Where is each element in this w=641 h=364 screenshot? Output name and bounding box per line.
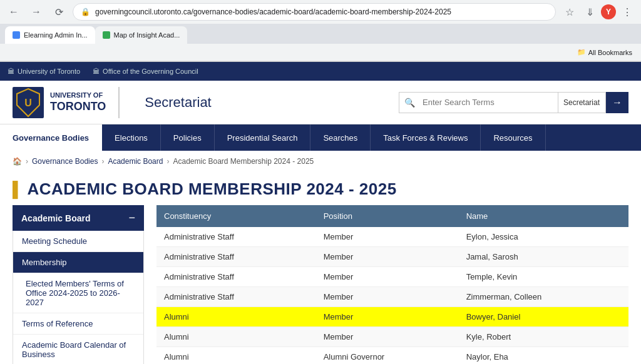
tab-favicon: [13, 31, 20, 39]
sidebar-collapse-button[interactable]: −: [128, 211, 135, 225]
profile-avatar[interactable]: Y: [601, 4, 616, 19]
browser-chrome: ← → ⟳ 🔒 ☆ ⇓ Y ⋮ Elearning Admin In... Ma…: [0, 0, 641, 62]
back-button[interactable]: ←: [5, 3, 23, 21]
breadcrumb-sep-2: ›: [101, 157, 104, 166]
breadcrumb-current: Academic Board Membership 2024 - 2025: [173, 157, 314, 166]
university-icon: 🏛: [8, 68, 14, 75]
table-header-row: Constituency Position Name: [156, 205, 628, 227]
cell-constituency: Administrative Staff: [156, 267, 316, 287]
cell-name: Eylon, Jessica: [459, 227, 628, 247]
all-bookmarks[interactable]: 📁 All Bookmarks: [573, 47, 636, 58]
membership-table: Constituency Position Name Administrativ…: [156, 205, 628, 364]
nav-resources[interactable]: Resources: [481, 124, 545, 151]
refresh-button[interactable]: ⟳: [50, 3, 68, 21]
site-top-bar: 🏛 University of Toronto 🏛 Office of the …: [0, 62, 641, 81]
search-input-wrap: 🔍: [399, 92, 558, 113]
home-icon: 🏠: [13, 157, 22, 166]
search-input[interactable]: [420, 95, 558, 109]
page-title-text: ACADEMIC BOARD MEMBERSHIP 2024 - 2025: [28, 179, 397, 199]
cell-constituency: Administrative Staff: [156, 227, 316, 247]
logo-svg: U: [16, 88, 41, 118]
search-bar: 🔍 Secretariat All →: [399, 92, 628, 113]
bookmark-star-button[interactable]: ☆: [561, 3, 578, 21]
cell-position: Member: [316, 327, 459, 347]
sidebar: Academic Board − Meeting Schedule Member…: [13, 205, 144, 364]
browser-tabs: Elearning Admin In... Map of Insight Aca…: [0, 24, 641, 44]
sidebar-item-membership[interactable]: Membership: [13, 252, 143, 273]
university-of-toronto-link[interactable]: 🏛 University of Toronto: [8, 68, 80, 75]
col-name: Name: [459, 205, 628, 227]
tab-map[interactable]: Map of Insight Acad...: [95, 26, 188, 44]
col-position: Position: [316, 205, 459, 227]
bookmarks-label: All Bookmarks: [588, 49, 632, 56]
table-row: Administrative StaffMemberJamal, Sarosh: [156, 247, 628, 267]
table-section: Constituency Position Name Administrativ…: [156, 205, 628, 364]
cell-constituency: Alumni: [156, 327, 316, 347]
nav-policies[interactable]: Policies: [161, 124, 215, 151]
sidebar-header: Academic Board −: [13, 205, 144, 231]
tab-label-2: Map of Insight Acad...: [114, 31, 180, 39]
governing-council-label: Office of the Governing Council: [103, 68, 198, 75]
lock-icon: 🔒: [81, 8, 90, 16]
cell-constituency: Administrative Staff: [156, 247, 316, 267]
menu-button[interactable]: ⋮: [618, 3, 636, 21]
cell-position: Member: [316, 247, 459, 267]
url-input[interactable]: [95, 8, 548, 16]
page-content: Academic Board − Meeting Schedule Member…: [0, 205, 641, 364]
breadcrumb-sep-1: ›: [26, 157, 28, 166]
nav-presidential-search[interactable]: Presidential Search: [215, 124, 311, 151]
svg-text:U: U: [24, 98, 32, 108]
nav-task-forces-reviews[interactable]: Task Forces & Reviews: [371, 124, 481, 151]
university-line1: UNIVERSITY OF: [50, 91, 106, 99]
sidebar-menu: Meeting Schedule Membership Elected Memb…: [13, 231, 144, 364]
tab-favicon-2: [103, 31, 110, 39]
tab-elearning[interactable]: Elearning Admin In...: [5, 26, 95, 44]
download-button[interactable]: ⇓: [581, 3, 598, 21]
nav-searches[interactable]: Searches: [310, 124, 371, 151]
nav-governance-bodies[interactable]: Governance Bodies: [0, 124, 102, 151]
table-row: AlumniMemberBowyer, Daniel: [156, 307, 628, 327]
sidebar-item-meeting-schedule[interactable]: Meeting Schedule: [13, 231, 143, 252]
browser-toolbar: ← → ⟳ 🔒 ☆ ⇓ Y ⋮: [0, 0, 641, 24]
sidebar-title: Academic Board: [21, 213, 90, 223]
cell-name: Zimmerman, Colleen: [459, 287, 628, 307]
cell-position: Member: [316, 287, 459, 307]
cell-position: Alumni Governor: [316, 347, 459, 365]
cell-name: Jamal, Sarosh: [459, 247, 628, 267]
cell-position: Member: [316, 227, 459, 247]
breadcrumb-governance-bodies[interactable]: Governance Bodies: [32, 157, 98, 166]
logo-shield: U: [13, 87, 44, 118]
governing-council-link[interactable]: 🏛 Office of the Governing Council: [93, 68, 198, 75]
main-nav: Governance Bodies Elections Policies Pre…: [0, 124, 641, 151]
search-scope-select[interactable]: Secretariat All: [558, 92, 606, 113]
breadcrumb-home-link[interactable]: 🏠: [13, 157, 22, 166]
university-name-block: UNIVERSITY OF TORONTO: [50, 91, 106, 114]
cell-constituency: Alumni: [156, 347, 316, 365]
cell-constituency: Alumni: [156, 307, 316, 327]
sidebar-item-terms-reference[interactable]: Terms of Reference: [13, 313, 143, 335]
cell-name: Bowyer, Daniel: [459, 307, 628, 327]
cell-position: Member: [316, 307, 459, 327]
browser-actions: ☆ ⇓ Y ⋮: [561, 3, 636, 21]
bookmarks-bar: 📁 All Bookmarks: [0, 44, 641, 61]
address-bar: 🔒: [73, 3, 556, 21]
governing-council-icon: 🏛: [93, 68, 100, 75]
page-title: ▌ ACADEMIC BOARD MEMBERSHIP 2024 - 2025: [0, 172, 641, 205]
forward-button[interactable]: →: [28, 3, 45, 21]
sidebar-item-calendar-business[interactable]: Academic Board Calendar of Business: [13, 335, 143, 364]
table-row: AlumniMemberKyle, Robert: [156, 327, 628, 347]
nav-elections[interactable]: Elections: [102, 124, 161, 151]
bookmarks-folder-icon: 📁: [577, 48, 586, 56]
breadcrumb-sep-3: ›: [167, 157, 169, 166]
cell-constituency: Administrative Staff: [156, 287, 316, 307]
university-label: University of Toronto: [18, 68, 80, 75]
site-title: Secretariat: [132, 94, 211, 111]
breadcrumb-academic-board[interactable]: Academic Board: [108, 157, 163, 166]
sidebar-item-elected-terms[interactable]: Elected Members' Terms of Office 2024-20…: [13, 273, 143, 313]
table-row: AlumniAlumni GovernorNaylor, Eha: [156, 347, 628, 365]
cell-name: Temple, Kevin: [459, 267, 628, 287]
search-button[interactable]: →: [606, 92, 628, 113]
university-line2: TORONTO: [50, 99, 106, 114]
col-constituency: Constituency: [156, 205, 316, 227]
breadcrumb: 🏠 › Governance Bodies › Academic Board ›…: [0, 151, 641, 172]
